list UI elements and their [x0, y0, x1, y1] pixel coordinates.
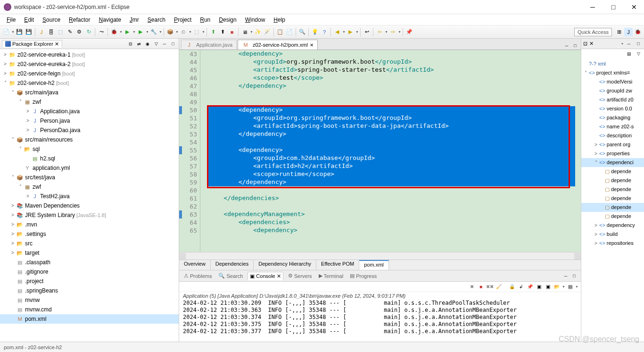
line-gutter[interactable]: 4344454647484950515253545556575859606162… [179, 50, 200, 252]
wizard-icon[interactable]: ✨ [254, 28, 262, 36]
menu-edit[interactable]: Edit [20, 16, 38, 24]
coverage-icon[interactable]: ▶ [136, 28, 145, 36]
tree-item[interactable]: ▤h2.sql [0, 154, 179, 163]
console-remove-icon[interactable]: ✖ [468, 283, 476, 291]
maximize-view-icon[interactable]: □ [169, 40, 177, 48]
close-button[interactable]: ✕ [628, 2, 640, 12]
word-wrap-icon[interactable]: ↲ [517, 283, 525, 291]
last-edit-icon[interactable]: ↩ [363, 28, 371, 36]
prev-ann-icon[interactable]: ◀ [333, 28, 341, 36]
view-tab-servers[interactable]: ⚙Servers [286, 272, 314, 280]
outline-node[interactable]: ˅<>dependenci [581, 158, 644, 167]
editor-tab[interactable]: Mz02-service-h2/pom.xml✕ [238, 40, 318, 50]
task-icon[interactable]: 📋 [276, 28, 284, 36]
boot-icon[interactable]: ⬆ [209, 28, 217, 36]
edit-icon[interactable]: ✎ [66, 28, 74, 36]
view-tab-terminal[interactable]: ▶Terminal [317, 272, 346, 280]
menu-project[interactable]: Project [170, 16, 195, 24]
pom-tab-overview[interactable]: Overview [179, 260, 211, 270]
outline-min-icon[interactable]: ─ [625, 40, 633, 48]
outline-project[interactable]: ˅<>project xmlns= [581, 68, 644, 77]
menu-navigate[interactable]: Navigate [95, 16, 124, 24]
close-icon[interactable]: ✕ [55, 41, 59, 47]
clear-icon[interactable]: 🧹 [495, 283, 503, 291]
outline-node[interactable]: ><>dependency [581, 221, 644, 230]
fwd-icon[interactable]: ⇨ [388, 28, 397, 36]
jmr-icon[interactable]: J [37, 28, 46, 36]
pom-tab-dependencies[interactable]: Dependencies [211, 260, 254, 270]
save-icon[interactable]: 💾 [15, 28, 24, 36]
save-all-icon[interactable]: 💾 [25, 28, 33, 36]
outline-max-icon[interactable]: □ [635, 40, 642, 48]
tree-item[interactable]: ▤mvnw [0, 295, 179, 305]
tree-item[interactable]: >📁z02-service-eureka-1[boot] [0, 50, 179, 59]
menu-help[interactable]: Help [270, 16, 289, 24]
tree-item[interactable]: ˅📦src/main/resources [0, 135, 179, 144]
tree-item[interactable]: >📂.settings [0, 229, 179, 239]
menu-design[interactable]: Design [215, 16, 240, 24]
outline-menu-icon[interactable]: » [621, 42, 623, 45]
tree-item[interactable]: >📂target [0, 248, 179, 258]
tree-item[interactable]: ˅▦zwf [0, 97, 179, 107]
outline-node[interactable]: <>modelVersi [581, 77, 644, 86]
tree-item[interactable]: ˅📂sql [0, 144, 179, 154]
tree-item[interactable]: >JPerson.java [0, 116, 179, 126]
tree-item[interactable]: >JPersonDao.java [0, 126, 179, 135]
code-content[interactable]: <dependency> <groupId>org.springframewor… [207, 50, 581, 252]
java-perspective-icon[interactable]: J [624, 28, 633, 36]
tree-item[interactable]: >JTestH2.java [0, 192, 179, 201]
tree-item[interactable]: ▤.gitignore [0, 267, 179, 277]
outline-node[interactable]: ▢depende [581, 203, 644, 212]
bottom-min-icon[interactable]: ─ [562, 272, 570, 280]
tree-item[interactable]: ▤.project [0, 277, 179, 286]
menu-source[interactable]: Source [39, 16, 64, 24]
tree-item[interactable]: ˅📦src/main/java [0, 88, 179, 97]
task2-icon[interactable]: 📄 [285, 28, 294, 36]
menu-refactor[interactable]: Refactor [65, 16, 94, 24]
editor-tab[interactable]: JApplication.java [181, 40, 237, 50]
outline-node[interactable]: ▢depende [581, 185, 644, 194]
open-perspective-icon[interactable]: ⊞ [615, 28, 623, 36]
editor-hscroll[interactable] [179, 252, 581, 260]
tree-item[interactable]: ˅📦src/test/java [0, 173, 179, 182]
outline-node[interactable]: <>description [581, 131, 644, 140]
tree-item[interactable]: ˅▦zwf [0, 182, 179, 192]
view-tab-console[interactable]: ▣Console ✕ [248, 272, 283, 280]
menu-file[interactable]: File [3, 16, 19, 24]
boot-debug-icon[interactable]: ⬆ [218, 28, 227, 36]
new-class-icon[interactable]: © [179, 28, 188, 36]
outline-sort-icon[interactable]: ▤ [625, 50, 633, 58]
outline-node[interactable]: ▢depende [581, 194, 644, 203]
terminate-icon[interactable]: ■ [477, 283, 485, 291]
db-icon[interactable]: 🗄 [47, 28, 55, 36]
tree-item[interactable]: >📁z02-service-feign[boot] [0, 69, 179, 78]
tree-item[interactable]: ▤mvnw.cmd [0, 305, 179, 314]
link-editor-icon[interactable]: ⇄ [135, 40, 143, 48]
outline-node[interactable]: <>packaging [581, 113, 644, 122]
tree-item[interactable]: ▤.springBeans [0, 286, 179, 295]
tree-item[interactable]: >📁z02-service-eureka-2[boot] [0, 59, 179, 69]
outline-close-icon[interactable]: ✕ [589, 41, 594, 47]
tree-item[interactable]: ▤.classpath [0, 258, 179, 267]
tree-item[interactable]: >📂.mvn [0, 220, 179, 229]
outline-node[interactable]: <>artifactId z0 [581, 95, 644, 104]
tree-item[interactable]: >JApplication.java [0, 107, 179, 116]
editor-min-icon[interactable]: ─ [563, 42, 570, 50]
menu-run[interactable]: Run [196, 16, 214, 24]
search-icon[interactable]: 🔍 [298, 28, 306, 36]
debug-icon[interactable]: 🐞 [110, 28, 118, 36]
focus-icon[interactable]: ◉ [144, 40, 151, 48]
tree-item[interactable]: >📚JRE System Library[JavaSE-1.8] [0, 210, 179, 220]
back-icon[interactable]: ⇦ [375, 28, 384, 36]
view-tab-search[interactable]: 🔍Search [216, 272, 245, 280]
bulb-icon[interactable]: 💡 [311, 28, 319, 36]
collapse-all-icon[interactable]: ⊟ [127, 40, 134, 48]
new-icon[interactable]: 📄 [2, 28, 10, 36]
outline-node[interactable]: <>name z02-s [581, 122, 644, 131]
outline-tree[interactable]: ?-? xml˅<>project xmlns=<>modelVersi<>gr… [581, 59, 644, 342]
view-tab-progress[interactable]: ▤Progress [348, 272, 379, 280]
view-menu-icon[interactable]: ▽ [152, 40, 160, 48]
close-icon[interactable]: ✕ [277, 273, 281, 279]
show-err-icon[interactable]: ▣ [544, 283, 552, 291]
outline-node[interactable]: ><>parent org [581, 140, 644, 149]
